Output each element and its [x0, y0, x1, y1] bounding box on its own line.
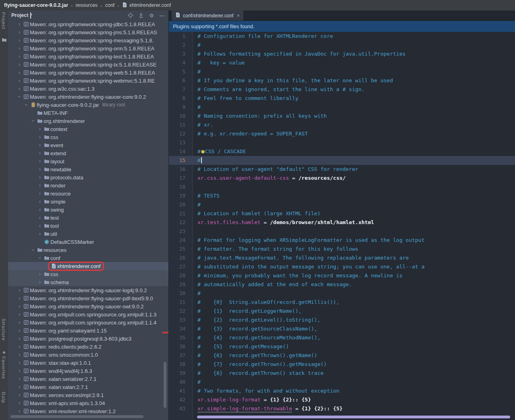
code-line[interactable]: 10# Naming convention: prefix all keys w… [169, 112, 515, 121]
chevron-collapsed-icon[interactable]: › [37, 181, 43, 189]
breadcrumb-item[interactable]: resources [75, 2, 98, 8]
tree-item[interactable]: ›conf [8, 254, 168, 262]
code-line[interactable]: 40# [169, 378, 515, 387]
tree-item[interactable]: ›Maven: xml-apis:xml-apis:1.3.04 [8, 399, 168, 407]
code-line-text[interactable]: # e.g. xr.render-speed = SUPER_FAST [193, 129, 308, 138]
chevron-collapsed-icon[interactable]: › [16, 367, 23, 375]
code-line[interactable]: 30# [169, 289, 515, 298]
code-line[interactable]: 11# xr. [169, 121, 515, 129]
tree-item[interactable]: ›Maven: org.springframework:spring-webmv… [8, 77, 168, 85]
code-line-text[interactable]: # {3} record.getSourceClassName(), [193, 324, 317, 333]
code-line-text[interactable]: # java.text.MessageFormat. The following… [193, 254, 409, 262]
code-line-text[interactable]: # [193, 200, 201, 209]
code-line[interactable]: 6# If you define a key in this file, the… [169, 76, 515, 85]
tree-item[interactable]: ›resource [8, 189, 168, 198]
tree-item[interactable]: ›Maven: org.springframework:spring-web:5… [8, 69, 168, 77]
code-line-text[interactable]: #CSS / CASCADE [193, 147, 246, 156]
code-line[interactable]: 31# {0} String.valueOf(record.getMillis(… [169, 298, 515, 307]
chevron-collapsed-icon[interactable]: › [37, 173, 43, 181]
tree-item[interactable]: xhtmlrenderer.conf [8, 262, 168, 270]
chevron-collapsed-icon[interactable]: › [16, 36, 23, 44]
chevron-collapsed-icon[interactable]: › [16, 335, 23, 343]
code-line[interactable]: 3# Follows formatting specified in JavaD… [169, 50, 515, 58]
code-line-text[interactable]: # {4} record.getSourceMethodName(), [193, 333, 320, 342]
code-line[interactable]: 35# {4} record.getSourceMethodName(), [169, 333, 515, 342]
code-line[interactable]: 7# Comments are ignored, start the line … [169, 85, 515, 94]
code-line[interactable]: 15# [169, 156, 515, 165]
tree-item[interactable]: ›extend [8, 149, 168, 157]
chevron-collapsed-icon[interactable]: › [16, 399, 23, 407]
chevron-collapsed-icon[interactable]: › [37, 125, 43, 133]
chevron-collapsed-icon[interactable]: › [37, 198, 43, 206]
code-line-text[interactable]: # [193, 289, 201, 298]
chevron-collapsed-icon[interactable]: › [37, 149, 43, 157]
code-line-text[interactable]: # Location of hamlet (large XHTML file) [193, 209, 320, 218]
chevron-collapsed-icon[interactable]: › [37, 157, 43, 165]
project-vertical-scrollbar[interactable] [164, 362, 166, 408]
code-line[interactable]: 1# Configuration file for XHTMLRenderer … [169, 32, 515, 41]
breadcrumb-item[interactable]: xhtmlrenderer.conf [122, 2, 171, 9]
tree-item[interactable]: ›Maven: xml-resolver:xml-resolver:1.2 [8, 407, 168, 415]
chevron-collapsed-icon[interactable]: › [37, 189, 43, 198]
code-line[interactable]: 4# key = value [169, 58, 515, 67]
code-line-text[interactable]: xr.simple-log-format-throwable = {1} {2}… [193, 404, 343, 413]
chevron-collapsed-icon[interactable]: › [16, 85, 23, 93]
tab-xhtmlrenderer-conf[interactable]: conf/xhtmlrenderer.conf × [171, 10, 244, 21]
code-line-text[interactable]: # formatter. The format string for this … [193, 245, 358, 254]
code-line[interactable]: 13 [169, 138, 515, 147]
code-line-text[interactable]: # {8} record.getThrown() stack trace [193, 369, 324, 378]
code-line-text[interactable]: # {2} record.getLevel().toString(), [193, 316, 320, 324]
code-line[interactable]: 37# {6} record.getThrown().getName() [169, 351, 515, 360]
tree-item[interactable]: ›resources [8, 246, 168, 254]
code-line-text[interactable]: # Naming convention: prefix all keys wit… [193, 112, 327, 121]
code-line-text[interactable]: # [193, 156, 202, 165]
code-line-text[interactable]: # Format for logging when XRSimpleLogFor… [193, 236, 425, 245]
breadcrumb-item[interactable]: flying-saucer-core-9.0.2.jar [4, 2, 68, 8]
tree-item[interactable]: ›newtable [8, 165, 168, 173]
tree-item[interactable]: ›Maven: wsdl4j:wsdl4j:1.6.3 [8, 367, 168, 375]
tree-item[interactable]: ›tool [8, 222, 168, 230]
tree-item[interactable]: ›Maven: xalan:serializer:2.7.1 [8, 375, 168, 383]
hide-panel-icon[interactable]: — [159, 12, 165, 19]
code-line[interactable]: 22xr.test.files.hamlet = /demos/browser/… [169, 218, 515, 227]
code-line-text[interactable]: # [193, 41, 201, 50]
chevron-collapsed-icon[interactable]: › [16, 52, 23, 60]
tree-item[interactable]: ›Maven: org.xmlpull:com.springsource.org… [8, 310, 168, 318]
code-line[interactable]: 12# e.g. xr.render-speed = SUPER_FAST [169, 129, 515, 138]
code-line[interactable]: 29# automatically added at the end of ea… [169, 280, 515, 289]
chevron-collapsed-icon[interactable]: › [16, 44, 23, 52]
chevron-collapsed-icon[interactable]: › [16, 359, 23, 367]
tree-item[interactable]: CDefaultCSSMarker [8, 238, 168, 246]
chevron-collapsed-icon[interactable]: › [16, 294, 23, 302]
tree-item[interactable]: ›Maven: xalan:xalan:2.7.1 [8, 383, 168, 391]
tree-item[interactable]: ›Maven: org.springframework:spring-orm:5… [8, 44, 168, 52]
code-line-text[interactable]: # Two formats, for with and without exce… [193, 387, 339, 395]
editor-horizontal-scrollbar[interactable] [197, 416, 510, 418]
code-line-text[interactable]: # Configuration file for XHTMLRenderer c… [193, 32, 333, 41]
tool-window-button-favorites[interactable]: Favorites [1, 356, 6, 379]
tool-window-button-gulp[interactable]: Gulp [1, 392, 6, 403]
chevron-collapsed-icon[interactable]: › [16, 326, 23, 335]
tree-item[interactable]: ›simple [8, 198, 168, 206]
code-line-text[interactable]: # {6} record.getThrown().getName() [193, 351, 317, 360]
code-line-text[interactable]: # Follows formatting specified in JavaDo… [193, 50, 406, 58]
code-line-text[interactable] [193, 183, 197, 191]
code-line[interactable]: 24# Format for logging when XRSimpleLogF… [169, 236, 515, 245]
chevron-collapsed-icon[interactable]: › [37, 133, 43, 141]
code-line-text[interactable]: # minimum, you probably want the log rec… [193, 271, 403, 280]
chevron-collapsed-icon[interactable]: › [37, 141, 43, 149]
code-line-text[interactable]: # substituted into the output message st… [193, 262, 425, 271]
tree-item[interactable]: ›Maven: org.springframework:spring-jms:5… [8, 28, 168, 36]
code-line[interactable]: 20# [169, 200, 515, 209]
project-horizontal-scrollbar[interactable] [10, 415, 143, 418]
chevron-collapsed-icon[interactable]: › [16, 310, 23, 318]
code-line-text[interactable]: # automatically added at the end of each… [193, 280, 352, 289]
code-editor[interactable]: 1# Configuration file for XHTMLRenderer … [169, 32, 515, 420]
tree-item[interactable]: ›Maven: org.springframework:spring-test:… [8, 52, 168, 60]
code-line[interactable]: 33# {2} record.getLevel().toString(), [169, 316, 515, 324]
code-line[interactable]: 36# {5} record.getMessage() [169, 342, 515, 351]
tree-item[interactable]: ›Maven: sms:smscommon:1.0 [8, 351, 168, 359]
tree-item[interactable]: ›css [8, 133, 168, 141]
chevron-collapsed-icon[interactable]: › [16, 20, 23, 28]
chevron-expanded-icon[interactable]: › [22, 102, 30, 108]
